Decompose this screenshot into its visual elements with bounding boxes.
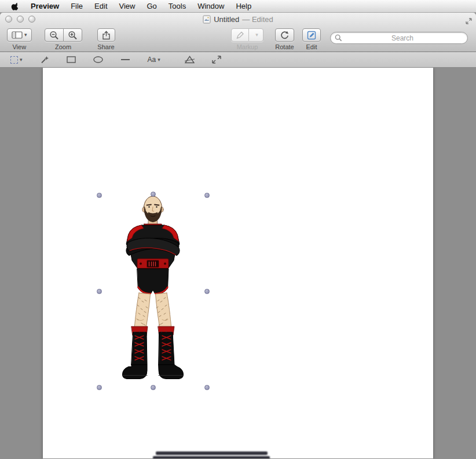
edit-group: Edit <box>302 28 321 50</box>
fullscreen-arrows-icon <box>466 18 472 24</box>
zoom-out-icon <box>49 31 59 40</box>
document-title: Untitled <box>214 15 239 24</box>
selection-rect-icon <box>10 56 18 64</box>
close-button[interactable] <box>5 16 12 23</box>
adjust-size-tool[interactable] <box>206 53 227 66</box>
markup-pen-icon <box>236 31 244 39</box>
ellipse-tool[interactable] <box>87 53 109 66</box>
edit-pencil-icon <box>307 31 316 40</box>
rotate-group: Rotate <box>275 28 294 50</box>
adjust-color-tool[interactable] <box>179 53 200 66</box>
minimize-button[interactable] <box>17 16 24 23</box>
magic-wand-icon <box>40 55 49 64</box>
menu-view[interactable]: View <box>113 0 141 13</box>
view-group: ▾ View <box>7 28 32 50</box>
view-label: View <box>12 43 26 50</box>
wrestler-figure <box>95 191 211 388</box>
selection-handle-ne[interactable] <box>204 193 210 198</box>
rotate-left-icon <box>280 31 290 40</box>
selection-handle-nw[interactable] <box>97 193 102 198</box>
selection-handle-n[interactable] <box>151 192 156 197</box>
markup-dropdown-button: ▾ <box>248 28 263 42</box>
window-title: Untitled — Edited <box>203 15 273 24</box>
search-icon <box>335 34 342 42</box>
rotate-button[interactable] <box>275 28 294 42</box>
instant-alpha-tool[interactable] <box>34 53 55 66</box>
menu-bar: Preview File Edit View Go Tools Window H… <box>0 0 476 13</box>
selection-handle-w[interactable] <box>97 289 102 294</box>
apple-menu[interactable] <box>5 2 25 10</box>
line-shape-icon <box>120 58 130 61</box>
document-icon <box>203 15 211 24</box>
selection-handle-s[interactable] <box>151 385 156 390</box>
document-page[interactable] <box>43 68 433 458</box>
share-button[interactable] <box>97 28 115 42</box>
markup-toolbar: ▾ Aa ▾ <box>0 52 476 68</box>
zoom-in-icon <box>68 31 78 40</box>
text-tool[interactable]: Aa ▾ <box>142 53 166 66</box>
share-group: Share <box>97 28 115 50</box>
menu-preview[interactable]: Preview <box>25 0 65 13</box>
zoom-out-button[interactable] <box>45 28 64 42</box>
fullscreen-button[interactable] <box>466 16 472 27</box>
view-button[interactable]: ▾ <box>7 28 32 42</box>
search-field-wrap <box>330 32 468 44</box>
markup-button <box>231 28 249 42</box>
text-tool-label: Aa <box>148 56 156 64</box>
chevron-down-icon: ▾ <box>24 32 27 38</box>
zoom-label: Zoom <box>55 43 71 50</box>
zoom-group: Zoom <box>45 28 82 50</box>
menu-help[interactable]: Help <box>230 0 257 13</box>
markup-label: Markup <box>237 43 258 50</box>
apple-icon <box>11 2 19 10</box>
sidebar-icon <box>12 31 23 39</box>
ellipse-shape-icon <box>93 56 103 63</box>
cropped-text-artifact <box>156 451 268 455</box>
share-icon <box>102 31 111 40</box>
rectangle-shape-icon <box>67 56 76 63</box>
window-chrome: Untitled — Edited ▾ View <box>0 13 476 52</box>
selection-handle-sw[interactable] <box>97 385 102 390</box>
selection-handle-e[interactable] <box>204 289 210 294</box>
markup-group: ▾ Markup <box>231 28 263 50</box>
rotate-label: Rotate <box>275 43 294 50</box>
menu-go[interactable]: Go <box>141 0 162 13</box>
character-image[interactable] <box>95 191 211 388</box>
edit-label: Edit <box>306 43 317 50</box>
menu-tools[interactable]: Tools <box>163 0 192 13</box>
edited-indicator: — Edited <box>242 15 273 24</box>
cropped-text-artifact <box>153 456 270 458</box>
chevron-down-icon: ▾ <box>255 32 258 38</box>
menu-window[interactable]: Window <box>192 0 230 13</box>
zoom-window-button[interactable] <box>28 16 35 23</box>
selection-handle-se[interactable] <box>204 385 210 390</box>
edit-button[interactable] <box>302 28 321 42</box>
chevron-down-icon: ▾ <box>20 57 23 63</box>
chevron-down-icon: ▾ <box>158 57 160 63</box>
window-controls <box>5 16 35 23</box>
rectangle-tool[interactable] <box>61 53 82 66</box>
canvas-area[interactable] <box>0 68 476 458</box>
resize-arrows-icon <box>212 56 221 64</box>
menu-edit[interactable]: Edit <box>89 0 113 13</box>
prism-icon <box>185 56 195 64</box>
title-bar[interactable]: Untitled — Edited <box>0 13 476 26</box>
zoom-in-button[interactable] <box>63 28 82 42</box>
selection-tool[interactable]: ▾ <box>5 53 28 66</box>
line-tool[interactable] <box>115 53 136 66</box>
main-toolbar: ▾ View <box>0 26 476 52</box>
share-label: Share <box>97 43 114 50</box>
menu-file[interactable]: File <box>65 0 89 13</box>
search-input[interactable] <box>330 32 468 44</box>
